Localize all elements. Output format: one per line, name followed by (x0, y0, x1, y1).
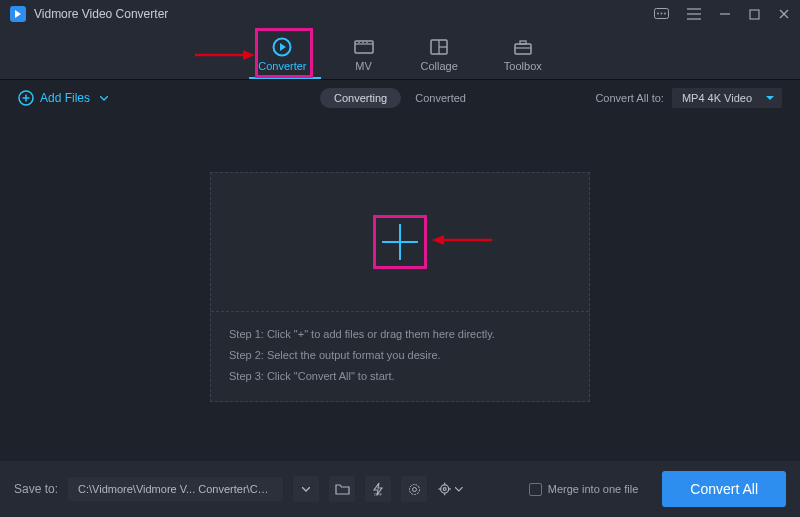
svg-point-3 (664, 12, 666, 14)
merge-label: Merge into one file (548, 483, 639, 495)
tab-converter[interactable]: Converter (258, 32, 306, 76)
tab-toolbox[interactable]: Toolbox (504, 32, 542, 76)
add-files-button[interactable]: Add Files (18, 90, 108, 106)
window-controls (654, 8, 790, 21)
saveto-dropdown-button[interactable] (293, 476, 319, 502)
maximize-button[interactable] (749, 9, 760, 20)
seg-converting[interactable]: Converting (320, 88, 401, 108)
output-format-dropdown[interactable]: MP4 4K Video (672, 88, 782, 108)
chevron-down-icon (100, 96, 108, 101)
segmented-control: Converting Converted (320, 88, 480, 108)
svg-point-16 (366, 41, 368, 43)
open-folder-button[interactable] (329, 476, 355, 502)
tab-label: Collage (421, 60, 458, 72)
seg-converted[interactable]: Converted (401, 88, 480, 108)
step2-text: Step 2: Select the output format you des… (229, 345, 571, 366)
step1-text: Step 1: Click "+" to add files or drag t… (229, 324, 571, 345)
step3-text: Step 3: Click "Convert All" to start. (229, 366, 571, 387)
tab-label: Converter (258, 60, 306, 72)
converter-icon (271, 36, 293, 58)
convert-all-button[interactable]: Convert All (662, 471, 786, 507)
checkbox-icon (529, 483, 542, 496)
dropzone-top[interactable] (211, 173, 589, 312)
gpu-accel-button[interactable]: OFF (365, 476, 391, 502)
svg-rect-12 (355, 41, 373, 53)
titlebar: Vidmore Video Converter (0, 0, 800, 28)
mv-icon (353, 36, 375, 58)
settings-button[interactable] (437, 476, 463, 502)
menu-icon[interactable] (687, 8, 701, 20)
saveto-path[interactable]: C:\Vidmore\Vidmore V... Converter\Conver… (68, 477, 283, 501)
svg-point-29 (441, 485, 449, 493)
feedback-icon[interactable] (654, 8, 669, 21)
add-files-label: Add Files (40, 91, 90, 105)
svg-rect-21 (520, 41, 526, 44)
collage-icon (428, 36, 450, 58)
minimize-button[interactable] (719, 8, 731, 20)
add-icon (18, 90, 34, 106)
svg-rect-20 (515, 44, 531, 54)
svg-point-14 (358, 41, 360, 43)
main-tabs: Converter MV Collage Toolbox (0, 28, 800, 80)
svg-point-27 (409, 484, 419, 494)
tab-label: MV (355, 60, 372, 72)
high-speed-button[interactable] (401, 476, 427, 502)
close-button[interactable] (778, 8, 790, 20)
toolbar: Add Files Converting Converted Convert A… (0, 80, 800, 116)
tab-label: Toolbox (504, 60, 542, 72)
bottombar: Save to: C:\Vidmore\Vidmore V... Convert… (0, 461, 800, 517)
annotation-highlight-plus (373, 215, 427, 269)
svg-point-30 (443, 488, 446, 491)
svg-point-28 (412, 487, 416, 491)
saveto-label: Save to: (14, 482, 58, 496)
svg-point-15 (362, 41, 364, 43)
svg-point-1 (657, 12, 659, 14)
dropzone-steps: Step 1: Click "+" to add files or drag t… (211, 312, 589, 401)
convert-all-to: Convert All to: MP4 4K Video (595, 88, 782, 108)
app-logo-icon (10, 6, 26, 22)
add-files-plus-icon[interactable] (382, 224, 418, 260)
workarea: Step 1: Click "+" to add files or drag t… (0, 116, 800, 457)
svg-rect-8 (750, 10, 759, 19)
svg-point-2 (661, 12, 663, 14)
tab-mv[interactable]: MV (353, 32, 375, 76)
convert-all-to-label: Convert All to: (595, 92, 663, 104)
svg-text:OFF: OFF (374, 492, 383, 496)
app-title: Vidmore Video Converter (34, 7, 168, 21)
dropzone[interactable]: Step 1: Click "+" to add files or drag t… (210, 172, 590, 402)
toolbox-icon (512, 36, 534, 58)
merge-checkbox[interactable]: Merge into one file (529, 483, 639, 496)
tab-collage[interactable]: Collage (421, 32, 458, 76)
